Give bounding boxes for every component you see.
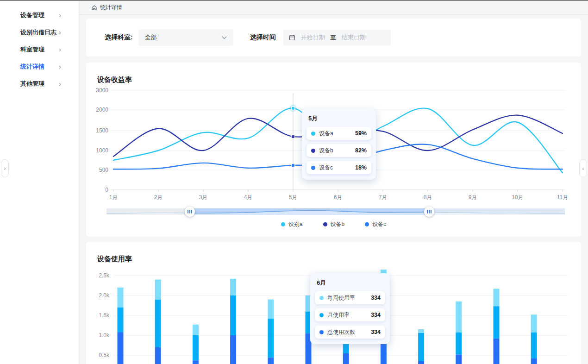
chevron-right-icon: › bbox=[59, 29, 61, 36]
bar-segment bbox=[230, 335, 236, 364]
series-c-dot-icon bbox=[365, 222, 369, 226]
total-usage-dot-icon bbox=[319, 330, 324, 334]
tooltip-row-label: 每周使用率 bbox=[327, 294, 355, 302]
sidebar-item-label: 其他管理 bbox=[20, 80, 44, 88]
department-select[interactable]: 全部 bbox=[138, 29, 233, 46]
bar-segment bbox=[155, 300, 161, 347]
series-c-dot-icon bbox=[311, 166, 315, 170]
y-tick-label: 0.5k bbox=[99, 352, 110, 358]
x-tick-label: 4月 bbox=[244, 194, 253, 201]
bar-segment bbox=[531, 333, 537, 358]
bar-segment bbox=[418, 329, 424, 333]
x-tick-label: 7月 bbox=[379, 194, 388, 201]
bar-segment bbox=[494, 289, 500, 306]
legend-item-series-c[interactable]: 设备c bbox=[365, 220, 386, 228]
tooltip-title: 6月 bbox=[317, 279, 385, 287]
y-tick-label: 2000 bbox=[96, 107, 108, 113]
y-tick-label: 500 bbox=[99, 167, 108, 173]
tooltip-row-label: 月使用率 bbox=[327, 311, 350, 319]
chevron-right-icon: › bbox=[4, 165, 6, 172]
tooltip-title: 5月 bbox=[308, 114, 371, 123]
sidebar-expand-button[interactable]: › bbox=[1, 159, 9, 177]
bar-segment bbox=[230, 279, 236, 295]
monthly-usage-dot-icon bbox=[319, 313, 324, 317]
y-tick-label: 2.0k bbox=[99, 292, 110, 299]
chevron-right-icon: › bbox=[59, 81, 61, 87]
tooltip-row: 月使用率 334 bbox=[315, 308, 385, 321]
chevron-right-icon: › bbox=[59, 46, 61, 53]
sidebar-item-department-management[interactable]: 科室管理 › bbox=[0, 41, 79, 58]
tooltip-row-value: 334 bbox=[371, 312, 381, 318]
department-select-value: 全部 bbox=[145, 33, 157, 42]
x-tick-label: 9月 bbox=[469, 194, 477, 201]
y-tick-label: 1500 bbox=[96, 127, 108, 134]
series-a-dot-icon bbox=[281, 222, 285, 226]
revenue-chart-card: 设备收益率 050010001500200030001月2月3月4月5月6月7月… bbox=[86, 63, 581, 237]
date-range-separator: 至 bbox=[331, 34, 336, 42]
bar-segment bbox=[343, 353, 349, 364]
y-tick-label: 1.0k bbox=[99, 332, 110, 339]
tooltip-row-value: 82% bbox=[355, 147, 367, 154]
x-tick-label: 10月 bbox=[512, 194, 523, 201]
data-zoom-track bbox=[106, 207, 565, 217]
tooltip-row: 设备b 82% bbox=[307, 144, 371, 157]
bar-segment bbox=[456, 301, 462, 333]
y-tick-label: 0 bbox=[105, 187, 108, 193]
sidebar-item-lending-log[interactable]: 设别出借日志 › bbox=[0, 24, 79, 41]
sidebar-item-label: 设别出借日志 bbox=[20, 28, 56, 37]
department-filter-label: 选择科室: bbox=[105, 33, 133, 42]
bar-segment bbox=[155, 347, 161, 364]
x-tick-label: 6月 bbox=[334, 194, 343, 201]
chevron-right-icon: › bbox=[59, 12, 61, 19]
legend-item-series-a[interactable]: 设别a bbox=[281, 220, 303, 228]
bar-segment bbox=[418, 361, 424, 364]
usage-chart-title: 设备使用率 bbox=[97, 255, 132, 264]
y-tick-label: 1.5k bbox=[99, 312, 110, 319]
date-range-picker[interactable]: 开始日期 至 结束日期 bbox=[283, 30, 391, 45]
bar-segment bbox=[456, 354, 462, 364]
chevron-down-icon bbox=[222, 36, 227, 39]
calendar-icon bbox=[289, 34, 295, 41]
bar-segment bbox=[494, 339, 500, 364]
x-tick-label: 2月 bbox=[154, 194, 163, 201]
x-tick-label: 5月 bbox=[289, 194, 298, 201]
bar-segment bbox=[418, 333, 424, 361]
legend-label: 设备c bbox=[372, 220, 386, 228]
start-date-input[interactable]: 开始日期 bbox=[301, 33, 325, 42]
data-zoom-left-handle[interactable] bbox=[185, 207, 195, 217]
bar-segment bbox=[118, 308, 124, 332]
bar-segment bbox=[494, 306, 500, 339]
sidebar-item-statistics-detail[interactable]: 统计详情 › bbox=[0, 58, 79, 75]
bar-segment bbox=[193, 360, 199, 364]
sidebar-item-other-management[interactable]: 其他管理 › bbox=[0, 75, 79, 92]
bar-segment bbox=[268, 358, 274, 364]
bar-segment bbox=[118, 288, 124, 308]
highlight-dot bbox=[291, 135, 295, 138]
panel-collapse-button[interactable]: ‹ bbox=[579, 159, 587, 177]
bar-segment bbox=[268, 300, 274, 319]
tooltip-row-value: 18% bbox=[355, 164, 367, 171]
bar-segment bbox=[193, 335, 199, 360]
filter-panel: 选择科室: 全部 选择时间 开始日期 至 结束日期 bbox=[86, 19, 581, 56]
sidebar-item-device-management[interactable]: 设备管理 › bbox=[0, 6, 79, 24]
data-zoom-right-handle[interactable] bbox=[424, 207, 434, 217]
y-tick-label: 3000 bbox=[96, 87, 108, 94]
x-tick-label: 1月 bbox=[109, 194, 118, 201]
end-date-input[interactable]: 结束日期 bbox=[342, 33, 366, 42]
legend-item-series-b[interactable]: 设备b bbox=[323, 220, 345, 228]
data-zoom-slider[interactable] bbox=[106, 207, 565, 217]
sidebar: 设备管理 › 设别出借日志 › 科室管理 › 统计详情 › 其他管理 › bbox=[0, 1, 79, 364]
highlight-dot bbox=[291, 107, 295, 110]
legend-label: 设别a bbox=[288, 220, 303, 228]
y-tick-label: 1000 bbox=[96, 147, 108, 154]
bar-segment bbox=[230, 295, 236, 335]
breadcrumb: 统计详情 bbox=[79, 1, 588, 15]
x-tick-label: 11月 bbox=[557, 194, 568, 201]
x-tick-label: 8月 bbox=[424, 194, 432, 201]
revenue-chart-title: 设备收益率 bbox=[97, 75, 132, 84]
bar-segment bbox=[268, 319, 274, 358]
bar-segment bbox=[118, 332, 124, 364]
revenue-chart-tooltip: 5月 设备a 59% 设备b 82% 设备c 18% bbox=[302, 109, 376, 180]
time-filter-label: 选择时间 bbox=[250, 33, 276, 42]
chevron-left-icon: ‹ bbox=[582, 165, 584, 172]
